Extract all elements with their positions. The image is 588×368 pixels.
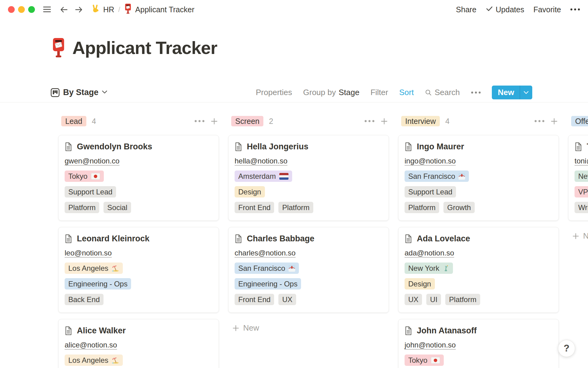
column-add-icon[interactable]	[381, 118, 388, 125]
sort-button[interactable]: Sort	[399, 88, 414, 97]
tag-label: Engineering - Ops	[238, 280, 297, 288]
help-button[interactable]: ?	[558, 340, 575, 357]
kanban-board: Lead4Gwendolyn Brooksgwen@notion.coTokyo…	[0, 102, 588, 368]
tag: San Francisco	[235, 263, 299, 274]
column-more-icon[interactable]	[364, 120, 375, 122]
close-button[interactable]	[8, 6, 15, 13]
applicant-card[interactable]: Alice Walkeralice@notion.soLos Angeles	[58, 319, 219, 368]
applicant-email-link[interactable]: charles@notion.so	[235, 248, 296, 258]
tag-row: Support Lead	[405, 186, 552, 197]
applicant-email-link[interactable]: ingo@notion.so	[405, 156, 456, 166]
zoom-button[interactable]	[28, 6, 35, 13]
page-title[interactable]: Applicant Tracker	[72, 36, 217, 59]
tag: UX	[278, 294, 296, 305]
applicant-card[interactable]: John Atanasoffjohn@notion.soTokyo	[398, 319, 559, 368]
add-card-button[interactable]: New	[228, 323, 259, 333]
forward-arrow-icon[interactable]	[75, 6, 83, 14]
applicant-email-link[interactable]: ada@notion.so	[405, 248, 454, 258]
tag: Engineering - Ops	[65, 278, 131, 289]
card-title-row: Gwendolyn Brooks	[65, 142, 213, 151]
column-header: Screen2	[228, 116, 389, 126]
applicant-email-link[interactable]: john@notion.so	[405, 340, 456, 350]
add-card-button[interactable]: N	[568, 231, 588, 241]
tag: Tokyo	[65, 171, 104, 182]
page-emoji-button[interactable]	[51, 37, 66, 59]
tag-label: Platform	[282, 203, 309, 212]
column-title-pill[interactable]: Offe	[571, 116, 588, 126]
column-add-icon[interactable]	[211, 118, 218, 125]
tag: Platform	[278, 202, 313, 213]
back-arrow-icon[interactable]	[60, 6, 68, 14]
applicant-email-link[interactable]: toni@	[575, 156, 588, 166]
page-doc-icon	[575, 142, 582, 151]
tag: Platform	[65, 202, 99, 213]
foggy-bridge-icon	[288, 265, 295, 272]
column-header: Interview4	[398, 116, 559, 126]
more-options-icon[interactable]	[570, 8, 580, 11]
page-doc-icon	[65, 326, 72, 335]
view-tab-by-stage[interactable]: By Stage	[51, 88, 107, 97]
breadcrumb-page[interactable]: Applicant Tracker	[124, 3, 194, 16]
foggy-bridge-icon	[458, 173, 465, 180]
applicant-name: John Atanasoff	[417, 326, 477, 335]
view-more-options-icon[interactable]	[471, 91, 481, 94]
tag-row: Engineering - Ops	[65, 278, 213, 289]
column-title-pill[interactable]: Interview	[401, 116, 440, 126]
breadcrumb-separator: /	[118, 5, 120, 14]
favorite-button[interactable]: Favorite	[533, 5, 561, 14]
card-title-row: Charles Babbage	[235, 234, 383, 243]
group-by-button[interactable]: Group by Stage	[303, 88, 360, 97]
applicant-card[interactable]: Ttoni@NewVPWrit	[568, 135, 588, 221]
postbox-icon	[124, 3, 132, 16]
applicant-card[interactable]: Hella Jongeriushella@notion.soAmsterdamD…	[228, 135, 389, 221]
card-title-row: Hella Jongerius	[235, 142, 383, 151]
column-add-icon[interactable]	[551, 118, 558, 125]
page-doc-icon	[65, 234, 72, 243]
tag: Support Lead	[405, 186, 456, 197]
tag-row: Engineering - Ops	[235, 278, 383, 289]
tag-label: San Francisco	[408, 172, 455, 181]
card-title-row: Ingo Maurer	[405, 142, 552, 151]
column-more-icon[interactable]	[194, 120, 205, 122]
checkmark-icon	[486, 5, 493, 14]
applicant-email-link[interactable]: alice@notion.so	[65, 340, 117, 350]
applicant-name: Ingo Maurer	[417, 142, 464, 151]
applicant-email-link[interactable]: leo@notion.so	[65, 248, 112, 258]
column-more-icon[interactable]	[534, 120, 545, 122]
tag-label: Support Lead	[68, 188, 112, 196]
new-button[interactable]: New	[492, 86, 520, 99]
applicant-card[interactable]: Ada Lovelaceada@notion.soNew YorkDesignU…	[398, 227, 559, 313]
applicant-card[interactable]: Gwendolyn Brooksgwen@notion.coTokyoSuppo…	[58, 135, 219, 221]
updates-button[interactable]: Updates	[486, 5, 524, 14]
tag-label: UX	[408, 295, 418, 304]
postbox-icon	[51, 54, 66, 59]
search-button[interactable]: Search	[425, 88, 460, 97]
applicant-card[interactable]: Leonard Kleinrockleo@notion.soLos Angele…	[58, 227, 219, 313]
add-card-label: New	[243, 323, 259, 333]
column-title-pill[interactable]: Screen	[231, 116, 263, 126]
board-column-offe: OffeTtoni@NewVPWritN	[568, 116, 588, 368]
sidebar-menu-icon[interactable]	[43, 6, 51, 13]
tag: Los Angeles	[65, 355, 123, 366]
window-titlebar: HR / Applicant Tracker Share Updates Fav…	[0, 0, 588, 19]
applicant-card[interactable]: Ingo Maureringo@notion.soSan FranciscoSu…	[398, 135, 559, 221]
applicant-email-link[interactable]: hella@notion.so	[235, 156, 287, 166]
traffic-lights	[8, 6, 35, 13]
applicant-email-link[interactable]: gwen@notion.co	[65, 156, 119, 166]
column-count: 4	[445, 117, 450, 126]
minimize-button[interactable]	[18, 6, 25, 13]
new-dropdown-chevron-icon[interactable]	[520, 86, 532, 99]
column-title-pill[interactable]: Lead	[61, 116, 86, 126]
breadcrumb-workspace[interactable]: HR	[91, 4, 114, 15]
applicant-card[interactable]: Charles Babbagecharles@notion.soSan Fran…	[228, 227, 389, 313]
tag-label: Front End	[238, 203, 270, 212]
tag-label: Design	[238, 188, 261, 196]
share-button[interactable]: Share	[456, 5, 477, 14]
tag-row: Front EndPlatform	[235, 202, 383, 213]
card-title-row: Ada Lovelace	[405, 234, 552, 243]
page-doc-icon	[235, 142, 242, 151]
tag-label: Back End	[68, 295, 100, 304]
properties-button[interactable]: Properties	[256, 88, 292, 97]
board-view-icon	[51, 88, 60, 97]
filter-button[interactable]: Filter	[371, 88, 388, 97]
